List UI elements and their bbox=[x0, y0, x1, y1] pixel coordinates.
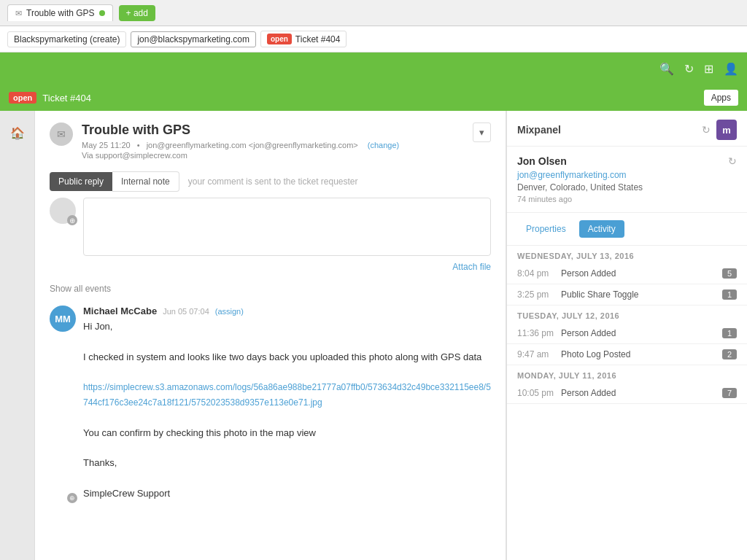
message-sign: SimpleCrew Support bbox=[83, 486, 491, 502]
reply-textarea[interactable] bbox=[83, 198, 491, 256]
ticket-title-section: Trouble with GPS May 25 11:20 • jon@gree… bbox=[82, 122, 464, 160]
ticket-header: ✉ Trouble with GPS May 25 11:20 • jon@gr… bbox=[50, 122, 491, 160]
user-location: Denver, Colorado, United States bbox=[517, 182, 737, 192]
activity-desc: Person Added bbox=[561, 328, 722, 338]
message-text: Hi Jon, I checked in system and looks li… bbox=[83, 319, 491, 502]
activity-count: 7 bbox=[722, 388, 737, 398]
public-reply-tab[interactable]: Public reply bbox=[50, 172, 112, 191]
activity-item: 9:47 am Photo Log Posted 2 bbox=[507, 344, 747, 365]
message-avatar-wrap: MM ⊕ bbox=[50, 306, 76, 502]
address-bar: Blackspymarketing (create) jon@blackspym… bbox=[0, 26, 747, 52]
message-meta: Michael McCabe Jun 05 07:04 (assign) bbox=[83, 306, 491, 316]
open-badge-addr: open bbox=[267, 34, 292, 44]
message-author-avatar: MM bbox=[50, 306, 76, 332]
reply-hint: your comment is sent to the ticket reque… bbox=[188, 176, 358, 187]
message-line-2: I checked in system and looks like two d… bbox=[83, 350, 491, 365]
activity-feed: WEDNESDAY, JULY 13, 2016 8:04 pm Person … bbox=[507, 246, 747, 411]
activity-count: 1 bbox=[722, 328, 737, 338]
home-icon[interactable]: 🏠 bbox=[4, 120, 31, 146]
apps-button[interactable]: Apps bbox=[704, 90, 738, 106]
activity-item: 10:05 pm Person Added 7 bbox=[507, 383, 747, 404]
activity-desc: Public Share Toggle bbox=[561, 289, 722, 300]
message-link[interactable]: https://simplecrew.s3.amazonaws.com/logs… bbox=[83, 382, 491, 408]
message-line-4: Thanks, bbox=[83, 456, 491, 471]
message-author: Michael McCabe bbox=[83, 306, 157, 316]
reply-section: Public reply Internal note your comment … bbox=[50, 171, 491, 272]
envelope-icon: ✉ bbox=[57, 128, 66, 140]
reply-avatar-plus: ⊕ bbox=[67, 215, 77, 225]
browser-tab[interactable]: ✉ Trouble with GPS bbox=[7, 4, 113, 21]
attach-file-link[interactable]: Attach file bbox=[452, 262, 491, 272]
ticket-email: jon@greenflymarketing.com <jon@greenflym… bbox=[147, 141, 358, 149]
activity-item: 8:04 pm Person Added 5 bbox=[507, 263, 747, 284]
activity-date-header-1: TUESDAY, JULY 12, 2016 bbox=[507, 306, 747, 323]
left-sidebar: 🏠 bbox=[0, 111, 35, 560]
message-line-1: Hi Jon, bbox=[83, 319, 491, 335]
ticket-title: Trouble with GPS bbox=[82, 122, 464, 138]
activity-time: 8:04 pm bbox=[517, 268, 561, 279]
browser-tab-bar: ✉ Trouble with GPS + add bbox=[0, 0, 747, 26]
message-time: Jun 05 07:04 bbox=[163, 307, 209, 316]
chevron-down-icon: ▾ bbox=[479, 127, 484, 138]
ticket-via: Via support@simplecrew.com bbox=[82, 151, 460, 160]
show-all-events[interactable]: Show all events bbox=[50, 284, 491, 294]
ticket-number-addr: Ticket #404 bbox=[295, 34, 341, 44]
reply-textarea-wrap bbox=[83, 198, 491, 258]
activity-desc: Person Added bbox=[561, 268, 722, 279]
tab-title: Trouble with GPS bbox=[26, 8, 95, 18]
activity-item: 11:36 pm Person Added 1 bbox=[507, 323, 747, 344]
activity-time: 9:47 am bbox=[517, 349, 561, 359]
reply-avatar-wrap: ⊕ bbox=[50, 198, 76, 224]
activity-desc: Photo Log Posted bbox=[561, 349, 722, 359]
mixpanel-logo-icon: m bbox=[716, 120, 737, 140]
user-email[interactable]: jon@greenflymarketing.com bbox=[517, 170, 737, 180]
grid-icon[interactable]: ⊞ bbox=[704, 62, 713, 76]
sub-nav-left: open Ticket #404 bbox=[9, 92, 697, 104]
refresh-icon[interactable]: ↻ bbox=[684, 62, 694, 76]
activity-tab[interactable]: Activity bbox=[579, 220, 624, 238]
user-name-row: Jon Olsen ↻ bbox=[517, 155, 737, 167]
search-icon[interactable]: 🔍 bbox=[659, 62, 674, 76]
ticket-number-subnav: Ticket #404 bbox=[42, 93, 91, 104]
ticket-date: May 25 11:20 bbox=[82, 141, 131, 149]
open-badge-subnav: open bbox=[9, 92, 36, 104]
ticket-meta: May 25 11:20 • jon@greenflymarketing.com… bbox=[82, 141, 464, 160]
right-panel: Mixpanel ↻ m Jon Olsen ↻ jon@greenflymar… bbox=[506, 111, 747, 560]
addr-ticket[interactable]: open Ticket #404 bbox=[260, 31, 347, 47]
app-body: 🏠 ✉ Trouble with GPS May 25 11:20 • jon@… bbox=[0, 111, 747, 560]
addr-pill-1[interactable]: Blackspymarketing (create) bbox=[7, 31, 126, 47]
activity-count: 5 bbox=[722, 268, 737, 279]
user-name: Jon Olsen bbox=[517, 155, 567, 167]
email-icon: ✉ bbox=[15, 9, 22, 18]
activity-time: 10:05 pm bbox=[517, 388, 561, 398]
reply-tabs: Public reply Internal note your comment … bbox=[50, 171, 491, 192]
ticket-panel: ✉ Trouble with GPS May 25 11:20 • jon@gr… bbox=[35, 111, 506, 560]
assign-link[interactable]: (assign) bbox=[215, 307, 244, 316]
ticket-dropdown-button[interactable]: ▾ bbox=[473, 122, 491, 142]
mixpanel-refresh-button[interactable]: ↻ bbox=[702, 124, 711, 136]
prop-activity-tabs: Properties Activity bbox=[507, 213, 747, 246]
author-initials: MM bbox=[55, 314, 71, 324]
activity-desc: Person Added bbox=[561, 388, 722, 398]
message-avatar-plus: ⊕ bbox=[67, 493, 77, 503]
mixpanel-title: Mixpanel bbox=[517, 124, 561, 136]
properties-tab[interactable]: Properties bbox=[517, 220, 575, 238]
tab-status-dot bbox=[99, 10, 105, 16]
user-time-ago: 74 minutes ago bbox=[517, 195, 737, 203]
message-line-3: You can confirm by checking this photo i… bbox=[83, 426, 491, 441]
internal-note-tab[interactable]: Internal note bbox=[112, 171, 179, 192]
user-info-section: Jon Olsen ↻ jon@greenflymarketing.com De… bbox=[507, 147, 747, 213]
activity-item: 3:25 pm Public Share Toggle 1 bbox=[507, 284, 747, 306]
reply-composer: ⊕ bbox=[50, 198, 491, 258]
user-refresh-button[interactable]: ↻ bbox=[728, 155, 737, 167]
mixpanel-header: Mixpanel ↻ m bbox=[507, 111, 747, 147]
sub-nav: open Ticket #404 Apps bbox=[0, 85, 747, 111]
activity-count: 1 bbox=[722, 289, 737, 300]
change-link[interactable]: (change) bbox=[368, 141, 399, 149]
user-avatar-icon[interactable]: 👤 bbox=[724, 62, 738, 76]
addr-pill-2[interactable]: jon@blackspymarketing.com bbox=[131, 31, 256, 47]
message-body: Michael McCabe Jun 05 07:04 (assign) Hi … bbox=[83, 306, 491, 502]
ticket-sender-avatar: ✉ bbox=[50, 122, 73, 146]
add-tab-button[interactable]: + add bbox=[119, 5, 155, 21]
activity-time: 3:25 pm bbox=[517, 289, 561, 300]
